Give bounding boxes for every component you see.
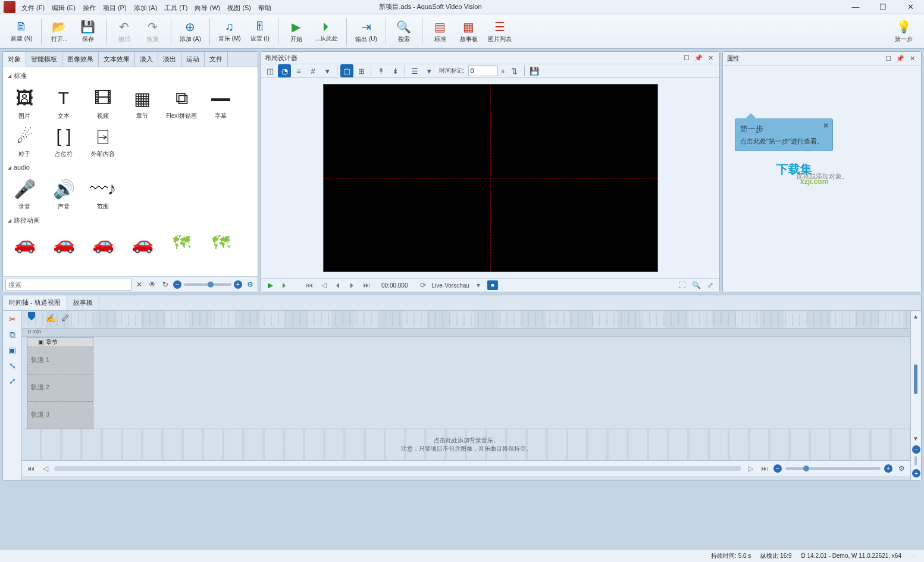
tooltip-close-icon[interactable]: ✕: [823, 121, 829, 130]
prop-close-icon[interactable]: ✕: [907, 54, 917, 64]
layout-frame-icon[interactable]: ◫: [264, 64, 277, 77]
standard-button[interactable]: ▤标准: [426, 15, 455, 48]
layout-thirds-icon[interactable]: ⊞: [355, 64, 368, 77]
tl-fitv-icon[interactable]: ⤢: [7, 375, 18, 387]
layout-curve-icon[interactable]: ◔: [278, 64, 291, 77]
tl-vzoom-out[interactable]: −: [912, 445, 920, 454]
obj-external[interactable]: ⍈外部内容: [84, 123, 122, 160]
grid-settings-icon[interactable]: ⚙: [245, 279, 255, 290]
prev-frame-icon[interactable]: ⏴: [333, 280, 343, 291]
fullscreen-icon[interactable]: ⤢: [705, 280, 716, 291]
preview-badge[interactable]: ■: [487, 280, 498, 290]
storyboard-button[interactable]: ▦故事板: [455, 15, 483, 48]
settings-button[interactable]: 🎚设置 (I): [246, 15, 274, 48]
play-button[interactable]: ▶: [265, 280, 275, 291]
section-audio[interactable]: audio: [3, 162, 258, 173]
zoom-fit-icon[interactable]: ⛶: [676, 280, 687, 291]
menu-edit[interactable]: 编辑 (E): [48, 2, 79, 14]
tl-cut-icon[interactable]: ✂: [7, 313, 18, 325]
timeline-vscroll[interactable]: ▲ ▼ − +: [910, 311, 921, 480]
obj-subtitle[interactable]: ▬▬字幕: [202, 85, 240, 121]
track-3[interactable]: 轨道 3: [27, 402, 93, 429]
status-resize-grip[interactable]: ⋰: [911, 552, 917, 559]
tab-templates[interactable]: 智能模板: [26, 52, 62, 67]
music-track[interactable]: 点击此处添加背景音乐。 注意：只要项目不包含图像，音乐曲目将保持空。: [22, 429, 910, 460]
output-button[interactable]: ⇥输出 (U): [350, 15, 382, 48]
tl-step-back-icon[interactable]: ◁: [40, 463, 51, 474]
panel-pin-icon[interactable]: 📌: [693, 52, 704, 63]
play-from-button[interactable]: ⏵: [279, 280, 290, 291]
layout-edit1-icon[interactable]: ↟: [374, 64, 387, 77]
search-button[interactable]: 🔍搜索: [390, 15, 418, 48]
obj-video[interactable]: 🎞视频: [84, 85, 122, 121]
tab-fadeout[interactable]: 淡出: [158, 52, 181, 67]
obj-path-3[interactable]: 🚗: [84, 229, 122, 257]
layout-list-icon[interactable]: ☰: [408, 64, 421, 77]
redo-button[interactable]: ↷恢复: [139, 15, 167, 48]
obj-path-1[interactable]: 🚗: [5, 229, 43, 257]
preview-mode[interactable]: Live-Vorschau: [432, 282, 469, 289]
nextstep-button[interactable]: 💡第一步: [889, 15, 918, 48]
tl-zoom-in-button[interactable]: +: [884, 464, 892, 473]
obj-path-6[interactable]: 🗺: [202, 229, 240, 257]
close-button[interactable]: ✕: [897, 0, 924, 14]
menu-file[interactable]: 文件 (F): [18, 2, 48, 14]
prop-pin-icon[interactable]: 📌: [895, 54, 906, 64]
add-button[interactable]: ⊕添加 (A): [175, 15, 206, 48]
imagelist-button[interactable]: ☰图片列表: [483, 15, 516, 48]
layout-line-icon[interactable]: ≡: [292, 64, 305, 77]
chapter-header[interactable]: ▣章节: [27, 338, 93, 347]
timeline-chapter-area[interactable]: ▣章节 轨道 1 轨道 2 轨道 3: [22, 337, 910, 429]
obj-path-5[interactable]: 🗺: [162, 229, 201, 257]
time-stepper-icon[interactable]: ⇅: [508, 64, 521, 77]
obj-range[interactable]: 〰♪范围: [84, 175, 122, 212]
layout-safe-icon[interactable]: ▢: [340, 64, 353, 77]
obj-path-4[interactable]: 🚗: [123, 229, 161, 257]
panel-maximize-icon[interactable]: ☐: [681, 52, 692, 63]
layout-dropdown2-icon[interactable]: ▾: [422, 64, 436, 77]
menu-add[interactable]: 添加 (A): [130, 2, 161, 14]
tab-fadein[interactable]: 淡入: [135, 52, 158, 67]
music-button[interactable]: ♫音乐 (M): [214, 15, 246, 48]
fromhere-button[interactable]: ⏵...从此处: [311, 15, 343, 48]
timeline-ruler[interactable]: ✍ 🖉 0 min: [22, 311, 910, 337]
timeline-scrollbar[interactable]: [54, 466, 741, 471]
open-button[interactable]: 📂打开...: [45, 15, 74, 48]
tl-fith-icon[interactable]: ⤡: [7, 360, 18, 371]
tl-group-icon[interactable]: ▣: [7, 344, 18, 356]
tab-objects[interactable]: 对象: [3, 52, 26, 67]
tab-storyboard[interactable]: 故事板: [67, 295, 99, 310]
obj-path-2[interactable]: 🚗: [45, 229, 83, 257]
section-standard[interactable]: 标准: [3, 70, 258, 82]
obj-record[interactable]: 🎤录音: [5, 175, 43, 212]
vscroll-thumb[interactable]: [914, 364, 917, 394]
menu-help[interactable]: 帮助: [255, 2, 275, 14]
tl-link-icon[interactable]: ⧉: [7, 329, 18, 341]
prop-maximize-icon[interactable]: ☐: [883, 54, 894, 64]
preview-menu-icon[interactable]: ▾: [473, 280, 484, 291]
start-button[interactable]: ▶开始: [282, 15, 311, 48]
maximize-button[interactable]: ☐: [869, 0, 897, 14]
section-path[interactable]: 路径动画: [3, 214, 258, 227]
tab-timeline[interactable]: 时间轴 - 轨道视图: [3, 295, 67, 310]
track-1[interactable]: 轨道 1: [27, 347, 93, 374]
layout-dropdown-icon[interactable]: ▾: [321, 64, 334, 77]
search-input[interactable]: [5, 279, 131, 291]
obj-chapter[interactable]: ▦章节: [123, 85, 161, 121]
zoom-in-button[interactable]: +: [234, 280, 242, 289]
undo-button[interactable]: ↶撤消: [110, 15, 139, 48]
tl-settings-icon[interactable]: ⚙: [896, 463, 907, 474]
panel-close-icon[interactable]: ✕: [705, 52, 716, 63]
layout-grid-icon[interactable]: #: [306, 64, 320, 77]
menu-project[interactable]: 项目 (P): [99, 2, 130, 14]
time-input[interactable]: [468, 65, 498, 76]
track-2[interactable]: 轨道 2: [27, 374, 93, 402]
layout-edit2-icon[interactable]: ↡: [389, 64, 402, 77]
tl-goto-end-icon[interactable]: ⏭: [759, 463, 770, 474]
tl-vzoom-slider[interactable]: [914, 456, 917, 466]
obj-flexi[interactable]: ⧉Flexi拼贴画: [162, 85, 201, 121]
clear-search-icon[interactable]: ✕: [134, 279, 145, 290]
obj-text[interactable]: T文本: [45, 85, 83, 121]
minimize-button[interactable]: —: [842, 0, 869, 14]
new-button[interactable]: 🗎新建 (N): [6, 15, 37, 48]
